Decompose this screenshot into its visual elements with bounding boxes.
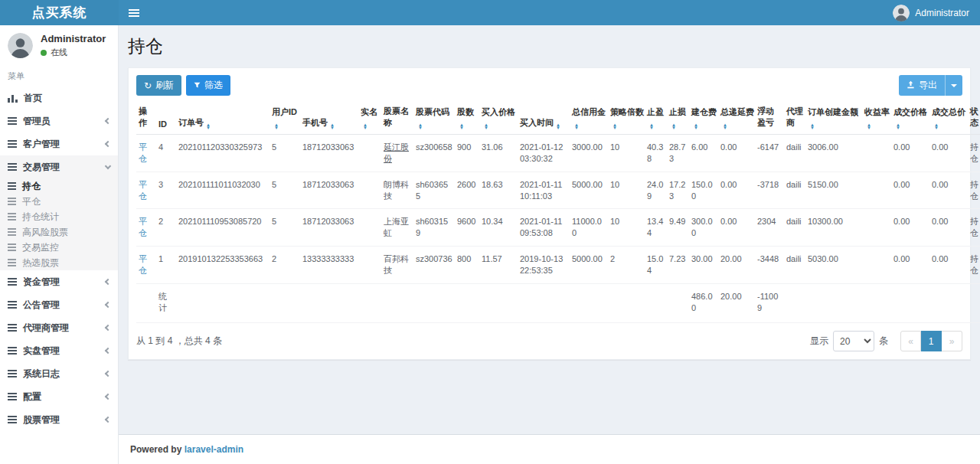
sidebar-subitem-positions[interactable]: 持仓 <box>0 178 118 194</box>
close-position-link[interactable]: 平仓 <box>139 180 147 201</box>
chevron-left-icon <box>105 118 111 124</box>
refresh-button-label: 刷新 <box>155 79 174 92</box>
export-dropdown-button[interactable] <box>945 75 962 96</box>
column-label: 成交总价 <box>932 107 965 116</box>
export-button[interactable]: 导出 <box>899 75 945 96</box>
sort-icon[interactable]: ▲▼ <box>810 123 815 129</box>
sidebar-item-notices[interactable]: 公告管理 <box>0 293 118 316</box>
app-logo[interactable]: 点买系统 <box>0 0 119 25</box>
cell: 31.06 <box>479 135 518 172</box>
stock-name[interactable]: 延江股份 <box>384 142 409 163</box>
cell: 0.00 <box>891 172 929 209</box>
cell: daili <box>784 172 805 209</box>
cell: 平仓 <box>136 172 156 209</box>
sort-icon[interactable]: ▲▼ <box>671 123 676 129</box>
pager-prev-button[interactable]: « <box>900 331 921 351</box>
close-position-link[interactable]: 平仓 <box>139 142 147 163</box>
cell: 5030.00 <box>805 247 862 284</box>
sort-icon[interactable]: ▲▼ <box>723 123 727 129</box>
filter-button[interactable]: 筛选 <box>186 75 230 96</box>
cell: 202101110953085720 <box>176 209 270 247</box>
refresh-button[interactable]: ↻ 刷新 <box>136 75 181 96</box>
sort-icon[interactable]: ▲▼ <box>330 123 335 129</box>
sidebar-item-trade[interactable]: 交易管理 <box>0 155 118 178</box>
sort-icon[interactable]: ▲▼ <box>694 123 698 129</box>
sidebar-toggle-button[interactable] <box>119 0 149 25</box>
sidebar-subitem-high-risk-stocks[interactable]: 高风险股票 <box>0 224 118 240</box>
chevron-left-icon <box>105 141 111 147</box>
sort-icon[interactable]: ▲▼ <box>484 123 488 129</box>
sort-icon[interactable]: ▲▼ <box>206 123 211 129</box>
per-page-select[interactable]: 20 <box>833 331 874 351</box>
laravel-admin-link[interactable]: laravel-admin <box>185 444 243 455</box>
filter-button-label: 筛选 <box>204 79 223 92</box>
sort-icon[interactable]: ▲▼ <box>649 123 654 129</box>
sidebar-item-config[interactable]: 配置 <box>0 385 118 408</box>
cell: 15.04 <box>645 247 667 284</box>
list-icon <box>8 278 17 286</box>
sidebar-item-funds[interactable]: 资金管理 <box>0 270 118 293</box>
sidebar-item-stocks[interactable]: 股票管理 <box>0 408 118 431</box>
sidebar-subitem-closed-positions[interactable]: 平仓 <box>0 194 118 209</box>
column-header-8: 股数▲▼ <box>455 103 479 135</box>
cell: 17.23 <box>667 172 689 209</box>
table-header-row: 操作ID订单号▲▼用户ID▲▼手机号▲▼实名▲▼股票名称股票代码▲▼股数▲▼买入… <box>136 103 980 135</box>
cell: 2021-01-11 10:11:03 <box>518 172 570 209</box>
chevron-down-icon <box>105 162 111 168</box>
sort-icon[interactable]: ▲▼ <box>274 123 279 129</box>
user-menu[interactable]: Administrator <box>882 0 980 25</box>
sort-icon[interactable]: ▲▼ <box>556 123 560 129</box>
pager-page-button-1[interactable]: 1 <box>921 331 942 351</box>
cell: 5150.00 <box>805 172 862 209</box>
sidebar-item-admins[interactable]: 管理员 <box>0 109 118 132</box>
list-icon <box>8 416 17 423</box>
close-position-link[interactable]: 平仓 <box>139 217 147 237</box>
sort-icon[interactable]: ▲▼ <box>867 123 871 129</box>
sidebar-subitem-trade-monitor[interactable]: 交易监控 <box>0 240 118 255</box>
table-row: 平仓2202101110953085720518712033063上海亚虹sh6… <box>136 209 980 247</box>
powered-by-label: Powered by <box>130 444 181 455</box>
content-area: 持仓 ↻ 刷新 筛选 导出 <box>119 25 980 434</box>
column-label: 浮动盈亏 <box>757 106 774 127</box>
records-summary: 从 1 到 4 ，总共 4 条 <box>136 335 222 348</box>
sort-icon[interactable]: ▲▼ <box>612 123 617 129</box>
column-label: 操作 <box>139 106 147 127</box>
cell: 1 <box>156 247 176 284</box>
sidebar-item-label: 股票管理 <box>23 413 60 426</box>
close-position-link[interactable]: 平仓 <box>139 254 147 275</box>
sort-icon[interactable]: ▲▼ <box>459 123 464 129</box>
sidebar-item-agents[interactable]: 代理商管理 <box>0 316 118 339</box>
sort-icon[interactable]: ▲▼ <box>363 123 368 129</box>
cell: 5000.00 <box>570 172 608 209</box>
cell: 平仓 <box>136 247 156 284</box>
list-icon <box>8 213 16 221</box>
column-label: 代理商 <box>786 106 803 127</box>
sidebar-item-system-log[interactable]: 系统日志 <box>0 362 118 385</box>
cell: 朗博科技 <box>381 172 413 209</box>
column-label: 买入时间 <box>520 118 554 127</box>
column-label: 手机号 <box>302 118 328 127</box>
sidebar-item-real-disk[interactable]: 实盘管理 <box>0 339 118 362</box>
chevron-left-icon <box>105 279 111 285</box>
pager-next-button[interactable]: » <box>942 331 962 351</box>
sort-icon[interactable]: ▲▼ <box>896 123 900 129</box>
sidebar-subitem-label: 持仓统计 <box>22 211 59 224</box>
sort-icon[interactable]: ▲▼ <box>418 123 423 129</box>
sidebar-item-customers[interactable]: 客户管理 <box>0 132 118 155</box>
sidebar-subitem-hot-stocks[interactable]: 热选股票 <box>0 255 118 270</box>
sidebar-item-label: 首页 <box>24 92 42 105</box>
sidebar-item-home[interactable]: 首页 <box>0 87 118 109</box>
sort-icon[interactable]: ▲▼ <box>574 123 579 129</box>
column-label: 买入价格 <box>482 107 515 116</box>
sidebar: Administrator 在线 菜单 首页管理员客户管理交易管理持仓平仓持仓统… <box>0 25 119 464</box>
column-header-17: 浮动盈亏 <box>755 103 784 135</box>
cell: 3000.00 <box>570 135 608 172</box>
cell: 40.38 <box>645 135 667 172</box>
page-title: 持仓 <box>128 34 971 58</box>
sidebar-subitem-position-stats[interactable]: 持仓统计 <box>0 209 118 224</box>
user-name: Administrator <box>41 33 106 44</box>
sort-icon[interactable]: ▲▼ <box>934 123 939 129</box>
pager: «1» <box>900 331 962 351</box>
stats-cell: 20.00 <box>718 283 755 323</box>
sidebar-item-label: 客户管理 <box>23 138 60 151</box>
